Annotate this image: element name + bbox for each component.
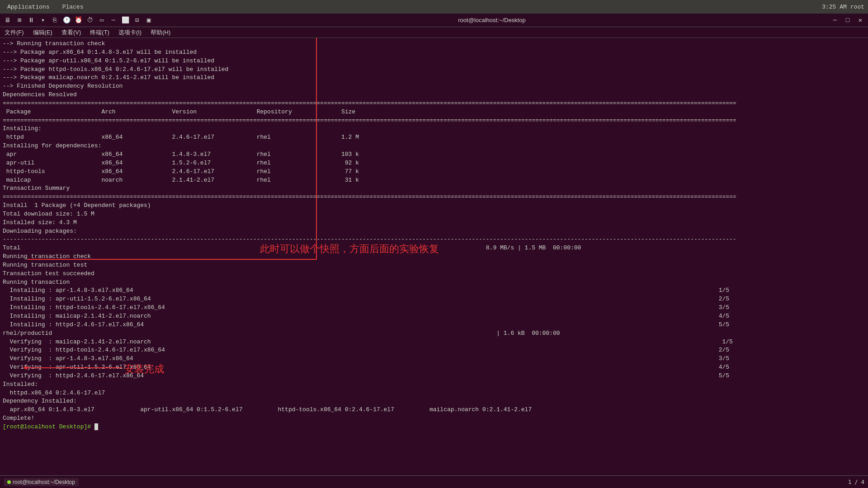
system-time: 3:25 AM xyxy=(822,4,847,10)
layout1-icon[interactable]: ▭ xyxy=(97,15,107,25)
history-icon[interactable]: 🕐 xyxy=(61,15,71,25)
layout3-icon[interactable]: ⬜ xyxy=(120,15,130,25)
terminal-line: apr-util x86_64 1.5.2-6.el7 rhel 92 k xyxy=(3,159,865,168)
dropdown-icon[interactable]: ▾ xyxy=(38,15,48,25)
terminal-icon: 🖥 xyxy=(3,15,13,25)
terminal-window: 🖥 ⊞ ⏸ ▾ ⎘ 🕐 ⏰ ⏱ ▭ ─ ⬜ ⊡ ▣ root@localhost… xyxy=(0,14,868,475)
terminal-line: ========================================… xyxy=(3,193,865,202)
terminal-line: ========================================… xyxy=(3,99,865,108)
menu-help[interactable]: 帮助(H) xyxy=(148,28,173,37)
terminal-line: Total download size: 1.5 M xyxy=(3,210,865,219)
terminal-line: Package Arch Version Repository Size xyxy=(3,108,865,117)
terminal-line: ========================================… xyxy=(3,117,865,125)
taskbar-app-indicator xyxy=(7,480,11,484)
menu-file[interactable]: 文件(F) xyxy=(2,28,27,37)
layout2-icon[interactable]: ─ xyxy=(108,15,118,25)
taskbar-app-label: root@localhost:~/Desktop xyxy=(13,479,75,485)
close-button[interactable]: ✕ xyxy=(855,15,865,25)
terminal-line: ---> Package apr-util.x86_64 0:1.5.2-6.e… xyxy=(3,57,865,66)
layout4-icon[interactable]: ⊡ xyxy=(132,15,142,25)
layout5-icon[interactable]: ▣ xyxy=(144,15,154,25)
system-bar: Applications Places 3:25 AM root xyxy=(0,0,868,14)
taskbar-position: 1 / 4 xyxy=(848,479,864,485)
taskbar-app[interactable]: root@localhost:~/Desktop xyxy=(4,478,79,486)
menu-view[interactable]: 查看(V) xyxy=(59,28,84,37)
terminal-line: ---> Package httpd-tools.x86_64 0:2.4.6-… xyxy=(3,66,865,74)
terminal-line: Verifying : httpd-tools-2.4.6-17.el7.x86… xyxy=(3,346,865,355)
terminal-line: Installing : apr-util-1.5.2-6.el7.x86_64 xyxy=(3,295,865,304)
terminal-line: mailcap noarch 2.1.41-2.el7 rhel 31 k xyxy=(3,176,865,185)
terminal-line: Transaction Summary xyxy=(3,184,865,193)
terminal-line: Running transaction check xyxy=(3,253,865,261)
terminal-line: Dependencies Resolved xyxy=(3,91,865,99)
terminal-line: Verifying : apr-util-1.5.2-6.el7.x86_64 xyxy=(3,363,865,372)
terminal-line: Dependency Installed: xyxy=(3,397,865,406)
applications-menu[interactable]: Applications xyxy=(4,3,53,11)
terminal-content[interactable]: --> Running transaction check---> Packag… xyxy=(0,38,868,475)
terminal-titlebar-right: ─ □ ✕ xyxy=(830,15,865,25)
terminal-line: Verifying : httpd-2.4.6-17.el7.x86_64 xyxy=(3,372,865,380)
terminal-line: Installed size: 4.3 M xyxy=(3,219,865,227)
terminal-line: Verifying : mailcap-2.1.41-2.el7.noarch xyxy=(3,338,865,347)
pause-icon[interactable]: ⏸ xyxy=(26,15,36,25)
terminal-line: apr.x86_64 0:1.4.8-3.el7 apr-util.x86_64… xyxy=(3,406,865,414)
terminal-menubar: 文件(F) 编辑(E) 查看(V) 终端(T) 选项卡(I) 帮助(H) xyxy=(0,27,868,38)
taskbar: root@localhost:~/Desktop 1 / 4 xyxy=(0,475,868,488)
terminal-line: [root@localhost Desktop]# xyxy=(3,423,865,432)
terminal-line: Install 1 Package (+4 Dependent packages… xyxy=(3,202,865,210)
terminal-line: Running transaction test xyxy=(3,261,865,270)
terminal-titlebar: 🖥 ⊞ ⏸ ▾ ⎘ 🕐 ⏰ ⏱ ▭ ─ ⬜ ⊡ ▣ root@localhost… xyxy=(0,14,868,27)
system-bar-left: Applications Places xyxy=(4,3,87,11)
taskbar-left: root@localhost:~/Desktop xyxy=(4,478,79,486)
terminal-line: Installing : httpd-tools-2.4.6-17.el7.x8… xyxy=(3,304,865,312)
terminal-titlebar-left: 🖥 ⊞ ⏸ ▾ ⎘ 🕐 ⏰ ⏱ ▭ ─ ⬜ ⊡ ▣ xyxy=(3,15,154,25)
maximize-button[interactable]: □ xyxy=(843,15,853,25)
terminal-line: Complete! xyxy=(3,414,865,423)
terminal-lines: --> Running transaction check---> Packag… xyxy=(3,40,865,432)
new-tab-icon[interactable]: ⊞ xyxy=(14,15,24,25)
terminal-line: Installing for dependencies: xyxy=(3,142,865,150)
terminal-line: Installing : apr-1.4.8-3.el7.x86_64 xyxy=(3,286,865,295)
terminal-line: ----------------------------------------… xyxy=(3,235,865,244)
terminal-line: Installing : mailcap-2.1.41-2.el7.noarch xyxy=(3,312,865,321)
terminal-line: rhel/productid | 1.6 kB 00:00:00 xyxy=(3,329,865,338)
terminal-line: ---> Package apr.x86_64 0:1.4.8-3.el7 wi… xyxy=(3,48,865,57)
menu-edit[interactable]: 编辑(E) xyxy=(30,28,55,37)
system-user: root xyxy=(850,4,864,10)
terminal-line: httpd x86_64 2.4.6-17.el7 rhel 1.2 M xyxy=(3,133,865,142)
places-menu[interactable]: Places xyxy=(59,3,87,11)
terminal-line: Running transaction xyxy=(3,278,865,287)
terminal-line: httpd.x86_64 0:2.4.6-17.el7 xyxy=(3,389,865,398)
terminal-title: root@localhost:~/Desktop xyxy=(458,17,525,23)
terminal-line: --> Running transaction check xyxy=(3,40,865,48)
history2-icon[interactable]: ⏰ xyxy=(73,15,83,25)
terminal-line: Downloading packages: xyxy=(3,227,865,236)
menu-terminal[interactable]: 终端(T) xyxy=(87,28,112,37)
history3-icon[interactable]: ⏱ xyxy=(85,15,95,25)
menu-tabs[interactable]: 选项卡(I) xyxy=(116,28,144,37)
terminal-line: Verifying : apr-1.4.8-3.el7.x86_64 xyxy=(3,355,865,363)
terminal-line: Installed: xyxy=(3,380,865,389)
terminal-line: apr x86_64 1.4.8-3.el7 rhel 103 k xyxy=(3,150,865,159)
system-bar-right: 3:25 AM root xyxy=(822,4,864,10)
minimize-button[interactable]: ─ xyxy=(830,15,840,25)
terminal-line: Total 8.9 MB/s | 1.5 MB 00:00:00 xyxy=(3,244,865,253)
terminal-line: --> Finished Dependency Resolution xyxy=(3,82,865,91)
terminal-line: Installing : httpd-2.4.6-17.el7.x86_64 xyxy=(3,321,865,329)
terminal-line: Transaction test succeeded xyxy=(3,270,865,278)
copy-icon[interactable]: ⎘ xyxy=(50,15,60,25)
terminal-line: ---> Package mailcap.noarch 0:2.1.41-2.e… xyxy=(3,74,865,82)
terminal-line: httpd-tools x86_64 2.4.6-17.el7 rhel 77 … xyxy=(3,168,865,176)
terminal-line: Installing: xyxy=(3,125,865,133)
